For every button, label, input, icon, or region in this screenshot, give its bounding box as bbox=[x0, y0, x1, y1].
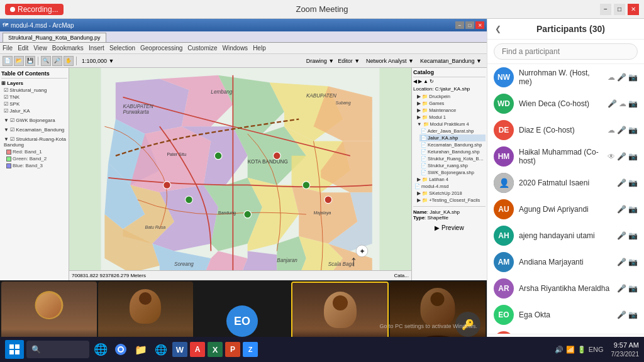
toc-layer-6[interactable]: ▼ ☑ Kecamatan_Bandung bbox=[1, 126, 67, 133]
participant-ajeng[interactable]: AH ajeng handayani utami 🎤 📷 bbox=[487, 222, 644, 249]
catalog-ader[interactable]: 📄 Ader_Jawa_Barat.shp bbox=[419, 128, 486, 134]
toc-layer-3[interactable]: ☑ SPK bbox=[1, 101, 67, 107]
catalog-nav-up[interactable]: ▲ bbox=[423, 79, 428, 84]
catalog-nav-back[interactable]: ◀ bbox=[413, 79, 417, 84]
catalog-kelurahan[interactable]: 📄 Kelurahan_Bandung.shp bbox=[419, 148, 486, 155]
toolbar-save[interactable]: 💾 bbox=[25, 56, 35, 66]
search-bar bbox=[487, 40, 644, 64]
participant-ega-list[interactable]: EO Ega Okta 🎤 📷 bbox=[487, 302, 644, 328]
participant-fatmatul[interactable]: 👤 2020 Fatmatul Isaeni 🎤 📷 bbox=[487, 170, 644, 196]
menu-insert[interactable]: Insert bbox=[89, 45, 104, 52]
participants-list: NW Nurrohman W. (Host, me) ☁ 🎤 📷 WD Wien… bbox=[487, 64, 644, 334]
minimize-button[interactable]: − bbox=[600, 4, 611, 15]
avatar-nurrohman: NW bbox=[494, 67, 514, 87]
menu-view[interactable]: View bbox=[33, 45, 47, 52]
excel-icon[interactable]: X bbox=[208, 342, 223, 357]
participant-haikal[interactable]: HM Haikal Muhammad (Co-host) 👁 🎤 📷 bbox=[487, 143, 644, 170]
toc-layer-5[interactable]: ▼ ☑ GWK Bojonegara bbox=[1, 117, 67, 124]
svg-text:Majalaya: Majalaya bbox=[314, 211, 331, 216]
participant-diaz[interactable]: DE Diaz E (Co-host) ☁ 🎤 📷 bbox=[487, 117, 644, 143]
svg-text:Subang: Subang bbox=[336, 101, 351, 106]
catalog-kecamatan[interactable]: 📄 Kecamatan_Bandung.shp bbox=[419, 141, 486, 148]
catalog-swk[interactable]: 📄 SWK_Bojonegara.shp bbox=[419, 169, 486, 176]
participant-wien[interactable]: WD Wien Deca (Co-host) 🎤 ☁ 📷 bbox=[487, 90, 644, 117]
network-icon[interactable]: 🌐 bbox=[152, 341, 170, 358]
catalog-preview[interactable]: ▶ Preview bbox=[413, 224, 486, 231]
powerpoint-icon[interactable]: P bbox=[225, 342, 240, 357]
catalog-latihan[interactable]: ▶ 📁 Latihan 4 bbox=[413, 176, 486, 183]
participant-agung[interactable]: AU Agung Dwi Apriyandi 🎤 📷 bbox=[487, 196, 644, 222]
chrome-icon[interactable] bbox=[112, 341, 130, 358]
participant-erriane[interactable]: ER erriane rera 🎤 📷 bbox=[487, 328, 644, 334]
taskbar: 🔍 🌐 📁 🌐 W A X P Z 🔊 📶 🔋 ENG 9:57 AM 7/23… bbox=[0, 337, 644, 362]
toolbar-new[interactable]: 📄 bbox=[3, 56, 13, 66]
menu-customize[interactable]: Customize bbox=[187, 45, 217, 52]
toc-layer-4[interactable]: ☑ Jalur_KA bbox=[1, 107, 67, 114]
video-off-icon-6: 📷 bbox=[628, 205, 638, 214]
catalog-games[interactable]: ▶ 📁 Games bbox=[413, 100, 486, 107]
icons-nurrohman: ☁ 🎤 📷 bbox=[608, 73, 638, 82]
arcmap-tab[interactable]: Struktural_Ruang_Kota_Bandung.py bbox=[3, 33, 106, 42]
word-icon[interactable]: W bbox=[172, 342, 187, 357]
toc-sublayer-red: Red: Band_1 bbox=[1, 148, 67, 155]
search-input[interactable] bbox=[494, 43, 638, 60]
participant-arsha[interactable]: AR Arsha Riyantikha Meraldha 🎤 📷 bbox=[487, 275, 644, 302]
start-button[interactable] bbox=[5, 340, 24, 359]
menu-geoprocessing[interactable]: Geoprocessing bbox=[140, 45, 182, 52]
toc-layer-7[interactable]: ▼ ☑ Struktural-Ruang-Kota Bandung bbox=[1, 136, 67, 148]
toolbar-pan[interactable]: ✋ bbox=[64, 56, 74, 66]
catalog-modul1[interactable]: ▶ 📁 Modul 1 bbox=[413, 114, 486, 121]
taskbar-clock[interactable]: ENG 9:57 AM 7/23/2021 bbox=[589, 341, 639, 358]
catalog-druckpein[interactable]: ▶ 📁 Druckpein bbox=[413, 93, 486, 100]
catalog-nav-refresh[interactable]: ↻ bbox=[430, 79, 434, 84]
catalog-modul-msd[interactable]: 📄 modul-4.msd bbox=[413, 183, 486, 190]
icons-wien: 🎤 ☁ 📷 bbox=[608, 99, 638, 108]
security-fab[interactable]: 🔑 bbox=[455, 312, 480, 337]
maximize-button[interactable]: □ bbox=[614, 4, 625, 15]
svg-point-42 bbox=[214, 152, 222, 160]
coordinates: 700831.822 9237826.279 Meters bbox=[72, 273, 146, 278]
toolbar-scale: 1:100,000 ▼ bbox=[79, 58, 116, 64]
toolbar-zoom-in[interactable]: 🔍 bbox=[41, 56, 51, 66]
zoom-taskbar-icon[interactable]: Z bbox=[243, 342, 258, 357]
menu-help[interactable]: Help bbox=[253, 45, 266, 52]
video-off-icon-10: 📷 bbox=[628, 310, 638, 319]
collapse-icon[interactable]: ❮ bbox=[495, 25, 501, 33]
arcmap-map[interactable]: KABUPATEN Purwakarta KABUPATEN Subang Le… bbox=[69, 68, 411, 280]
catalog-modul4[interactable]: ▼ 📁 Modul Praktikum 4 bbox=[413, 121, 486, 128]
catalog-struktur-shp[interactable]: 📄 Struktur_ruang.shp bbox=[419, 162, 486, 169]
menu-file[interactable]: File bbox=[3, 45, 13, 52]
menu-windows[interactable]: Windows bbox=[223, 45, 248, 52]
toc-layer-2[interactable]: ☑ TNK bbox=[1, 94, 67, 101]
catalog-nav-forward[interactable]: ▶ bbox=[418, 79, 422, 84]
file-explorer-icon[interactable]: 📁 bbox=[132, 341, 150, 358]
catalog-jalur[interactable]: 📄 Jalur_KA.shp bbox=[419, 134, 486, 141]
ie-icon[interactable]: 🌐 bbox=[92, 341, 109, 358]
arcmap-close[interactable]: ✕ bbox=[475, 21, 484, 29]
participant-andiana[interactable]: AM Andiana Marjayanti 🎤 📷 bbox=[487, 249, 644, 275]
menu-selection[interactable]: Selection bbox=[109, 45, 135, 52]
catalog-testing[interactable]: ▶ 📁 +Testing_Closest_Facils bbox=[413, 197, 486, 204]
arcmap-maximize[interactable]: □ bbox=[465, 21, 474, 29]
menu-edit[interactable]: Edit bbox=[18, 45, 28, 52]
svg-point-61 bbox=[119, 348, 123, 351]
cloud-icon-3: ☁ bbox=[608, 126, 615, 134]
arcmap-minimize[interactable]: − bbox=[455, 21, 464, 29]
close-button[interactable]: ✕ bbox=[628, 4, 639, 15]
participant-nurrohman[interactable]: NW Nurrohman W. (Host, me) ☁ 🎤 📷 bbox=[487, 64, 644, 90]
menu-bookmarks[interactable]: Bookmarks bbox=[52, 45, 84, 52]
catalog-struktur[interactable]: 📄 Struktur_Ruang_Kota_Bandung bbox=[419, 155, 486, 162]
toolbar-open[interactable]: 📂 bbox=[14, 56, 24, 66]
toolbar-zoom-out[interactable]: 🔎 bbox=[52, 56, 62, 66]
network-systray-icon[interactable]: 📶 bbox=[566, 346, 575, 354]
search-taskbar[interactable]: 🔍 bbox=[26, 341, 89, 358]
acrobat-icon[interactable]: A bbox=[190, 342, 205, 357]
window-controls: − □ ✕ bbox=[600, 4, 639, 15]
toc-layer-1[interactable]: ☑ Struktural_ruang bbox=[1, 87, 67, 94]
battery-icon[interactable]: 🔋 bbox=[577, 346, 586, 354]
volume-icon[interactable]: 🔊 bbox=[555, 346, 564, 354]
svg-rect-56 bbox=[15, 344, 19, 349]
catalog-sketchup[interactable]: ▶ 📁 SKetchUp 2018 bbox=[413, 190, 486, 197]
svg-text:Bandung: Bandung bbox=[218, 211, 236, 216]
catalog-maintenance[interactable]: ▶ 📁 Maintenance bbox=[413, 107, 486, 114]
